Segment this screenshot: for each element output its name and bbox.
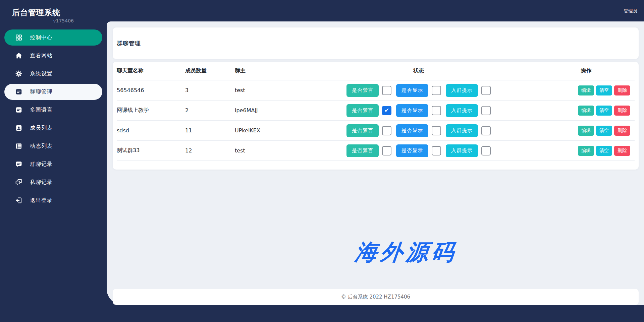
edit-button[interactable]: 编辑 xyxy=(578,126,594,136)
mute-checkbox[interactable] xyxy=(382,86,391,95)
group-owner: test xyxy=(235,147,346,154)
mute-toggle-button[interactable]: 是否禁言 xyxy=(346,124,379,137)
app-title: 后台管理系统 xyxy=(12,7,107,18)
table-row: 测试群33 12 test 是否禁言 是否显示 入群提示 编辑 清空 删除 xyxy=(117,141,635,161)
clear-button[interactable]: 清空 xyxy=(596,146,612,156)
status-cell: 是否禁言 是否显示 入群提示 xyxy=(346,144,491,157)
delete-button[interactable]: 删除 xyxy=(614,85,630,95)
visible-toggle-button[interactable]: 是否显示 xyxy=(396,124,428,137)
clear-button[interactable]: 清空 xyxy=(596,85,612,95)
status-cell: 是否禁言 是否显示 入群提示 xyxy=(346,104,491,117)
visible-checkbox[interactable] xyxy=(432,106,441,115)
visible-toggle-button[interactable]: 是否显示 xyxy=(396,84,428,97)
header-member-count: 成员数量 xyxy=(185,67,235,74)
visible-toggle-button[interactable]: 是否显示 xyxy=(396,104,428,117)
sidebar-item-label: 群聊记录 xyxy=(30,161,53,168)
sidebar-menu: 控制中心 查看网站 xyxy=(0,29,107,208)
chatroom-name: 测试群33 xyxy=(117,147,185,154)
delete-button[interactable]: 删除 xyxy=(614,146,630,156)
join-tip-checkbox[interactable] xyxy=(481,146,491,155)
page-title: 群聊管理 xyxy=(117,40,141,47)
join-tip-checkbox[interactable] xyxy=(481,86,491,95)
mute-checkbox[interactable] xyxy=(382,146,391,155)
home-icon xyxy=(15,52,22,59)
edit-button[interactable]: 编辑 xyxy=(578,146,594,156)
member-list-icon xyxy=(15,124,22,132)
sidebar-item-label: 退出登录 xyxy=(30,197,53,204)
delete-button[interactable]: 删除 xyxy=(614,126,630,136)
actions-cell: 编辑 清空 删除 xyxy=(491,85,635,95)
sidebar-item-label: 控制中心 xyxy=(30,34,53,41)
sidebar-item-view-site[interactable]: 查看网站 xyxy=(4,48,102,64)
chatroom-name: sdsd xyxy=(117,127,185,134)
member-count: 11 xyxy=(185,127,235,134)
delete-button[interactable]: 删除 xyxy=(614,106,630,116)
header-status: 状态 xyxy=(346,67,491,74)
page-title-card: 群聊管理 xyxy=(113,27,639,59)
mute-toggle-button[interactable]: 是否禁言 xyxy=(346,104,379,117)
sidebar-item-label: 成员列表 xyxy=(30,125,53,132)
visible-checkbox[interactable] xyxy=(432,126,441,135)
sidebar-item-group-chat-manage[interactable]: 群聊管理 xyxy=(4,84,102,100)
actions-cell: 编辑 清空 删除 xyxy=(491,126,635,136)
dashboard-icon xyxy=(15,34,22,41)
member-count: 2 xyxy=(185,107,235,114)
sidebar-item-private-chat-log[interactable]: 私聊记录 xyxy=(4,174,102,190)
app-logo: 后台管理系统 v175406 xyxy=(0,0,107,23)
sidebar-item-control-center[interactable]: 控制中心 xyxy=(4,29,102,46)
footer: © 后台系统 2022 HZ175406 xyxy=(113,289,639,305)
member-count: 3 xyxy=(185,87,235,93)
feed-list-icon xyxy=(15,142,22,150)
join-tip-checkbox[interactable] xyxy=(481,106,491,115)
chatroom-name: 56546546 xyxy=(117,87,185,93)
language-icon xyxy=(15,106,22,114)
header-group-owner: 群主 xyxy=(235,67,346,74)
watermark: 海外源码 xyxy=(354,237,459,267)
sidebar-item-languages[interactable]: 多国语言 xyxy=(4,102,102,118)
join-tip-button[interactable]: 入群提示 xyxy=(446,124,478,137)
mute-toggle-button[interactable]: 是否禁言 xyxy=(346,144,379,157)
sidebar-item-label: 动态列表 xyxy=(30,143,53,150)
sidebar-item-label: 查看网站 xyxy=(30,52,53,59)
sidebar-item-label: 系统设置 xyxy=(30,70,53,77)
chat-manage-icon xyxy=(15,88,22,95)
visible-checkbox[interactable] xyxy=(432,86,441,95)
join-tip-button[interactable]: 入群提示 xyxy=(446,104,478,117)
gear-icon xyxy=(15,70,22,77)
sidebar-item-member-list[interactable]: 成员列表 xyxy=(4,120,102,136)
group-chat-icon xyxy=(15,160,22,168)
sidebar: 后台管理系统 v175406 控制中心 查看网站 xyxy=(0,0,107,322)
sidebar-item-label: 私聊记录 xyxy=(30,179,53,186)
table-body: 56546546 3 test 是否禁言 是否显示 入群提示 编辑 清空 删除 xyxy=(117,80,635,161)
sidebar-item-group-chat-log[interactable]: 群聊记录 xyxy=(4,156,102,172)
join-tip-button[interactable]: 入群提示 xyxy=(446,84,478,97)
join-tip-button[interactable]: 入群提示 xyxy=(446,144,478,157)
join-tip-checkbox[interactable] xyxy=(481,126,491,135)
member-count: 12 xyxy=(185,147,235,154)
chatroom-table-card: 聊天室名称 成员数量 群主 状态 操作 56546546 3 test 是否禁言… xyxy=(113,62,639,170)
visible-toggle-button[interactable]: 是否显示 xyxy=(396,144,428,157)
clear-button[interactable]: 清空 xyxy=(596,126,612,136)
footer-copyright: © 后台系统 2022 HZ175406 xyxy=(341,294,410,300)
edit-button[interactable]: 编辑 xyxy=(578,85,594,95)
sidebar-item-label: 群聊管理 xyxy=(30,88,53,95)
table-row: 网课线上教学 2 ipe6MAjJ 是否禁言 是否显示 入群提示 编辑 清空 删… xyxy=(117,101,635,121)
mute-checkbox[interactable] xyxy=(382,106,391,115)
sidebar-item-label: 多国语言 xyxy=(30,107,53,114)
mute-checkbox[interactable] xyxy=(382,126,391,135)
sidebar-item-system-settings[interactable]: 系统设置 xyxy=(4,66,102,82)
status-cell: 是否禁言 是否显示 入群提示 xyxy=(346,84,491,97)
sidebar-item-logout[interactable]: 退出登录 xyxy=(4,192,102,208)
group-owner: UPkeiKEX xyxy=(235,127,346,134)
private-chat-icon xyxy=(15,179,22,186)
chatroom-name: 网课线上教学 xyxy=(117,107,185,114)
clear-button[interactable]: 清空 xyxy=(596,106,612,116)
admin-user-link[interactable]: 管理员 xyxy=(624,0,638,21)
status-cell: 是否禁言 是否显示 入群提示 xyxy=(346,124,491,137)
visible-checkbox[interactable] xyxy=(432,146,441,155)
sidebar-item-feed-list[interactable]: 动态列表 xyxy=(4,138,102,154)
logout-icon xyxy=(15,197,22,204)
edit-button[interactable]: 编辑 xyxy=(578,106,594,116)
group-owner: ipe6MAjJ xyxy=(235,107,346,114)
mute-toggle-button[interactable]: 是否禁言 xyxy=(346,84,379,97)
